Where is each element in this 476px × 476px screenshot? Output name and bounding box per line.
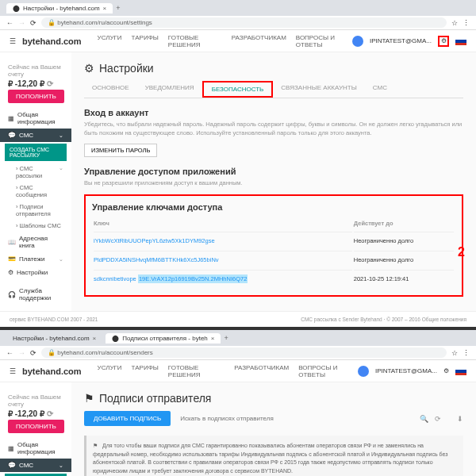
menu-icon[interactable]: ⋮ — [463, 349, 470, 357]
close-icon[interactable]: × — [103, 5, 107, 12]
refresh-icon[interactable]: ⟳ — [435, 415, 441, 423]
th-expires: Действует до — [354, 217, 454, 230]
sidebar-sub-templates[interactable]: › Шаблоны СМС — [0, 220, 71, 232]
sidebar-address[interactable]: 📖Адресная книга — [0, 232, 71, 252]
apps-desc: Вы не разрешили приложениям доступ к ваш… — [84, 179, 463, 188]
reload-icon[interactable]: ⟳ — [30, 19, 36, 27]
browser-tab[interactable]: ⬤ Настройки - bytehand.com × — [6, 3, 113, 13]
nav-services[interactable]: УСЛУГИ — [98, 34, 122, 48]
create-sms-button[interactable]: СОЗДАТЬ СМС РАССЫЛКУ — [5, 144, 67, 161]
search-input[interactable] — [177, 412, 413, 425]
search-icon[interactable]: 🔍 — [420, 415, 428, 423]
close-icon[interactable]: × — [93, 335, 97, 342]
star-icon[interactable]: ☆ — [451, 349, 458, 357]
key-link[interactable]: PldPDDXA5iNSHvqMfM6BTTKHk6Xc5J65biNv — [94, 256, 219, 263]
tab-linked[interactable]: СВЯЗАННЫЕ АККАУНТЫ — [273, 81, 364, 98]
keys-heading: Управление ключами доступа — [92, 202, 455, 212]
flag-icon[interactable] — [455, 37, 466, 45]
menu-toggle-icon[interactable]: ☰ — [10, 367, 16, 375]
browser-tab-active[interactable]: ⬤ Подписи отправителя - byteh × — [106, 333, 221, 344]
refresh-icon[interactable]: ⟳ — [47, 409, 53, 418]
topup-button[interactable]: ПОПОЛНИТЬ — [8, 420, 64, 433]
new-tab-button[interactable]: + — [116, 4, 120, 12]
tab-main[interactable]: ОСНОВНОЕ — [84, 81, 137, 98]
topup-button[interactable]: ПОПОЛНИТЬ — [8, 90, 64, 103]
page-title: ⚙Настройки — [84, 62, 463, 75]
back-icon[interactable]: ← — [6, 19, 13, 27]
nav-tariffs[interactable]: ТАРИФЫ — [132, 34, 159, 48]
forward-icon[interactable]: → — [18, 349, 25, 357]
gear-icon[interactable]: ⚙ — [438, 36, 449, 47]
sidebar-support[interactable]: 🎧Служба поддержки — [0, 284, 71, 305]
sidebar-general[interactable]: ▦Общая информация — [0, 108, 71, 129]
new-tab-button[interactable]: + — [224, 334, 228, 342]
download-icon[interactable]: ⬇ — [457, 415, 463, 423]
footer: сервис BYTEHAND.COM 2007 - 2021 СМС расс… — [0, 311, 476, 327]
chat-icon: 💬 — [8, 132, 16, 139]
key-link[interactable]: iYkbWcXtRibUUOPepYL6ztw5Xk1DYM92gse — [94, 237, 215, 244]
logo[interactable]: bytehand.com — [22, 367, 82, 376]
sidebar-sms[interactable]: 💬СМС⌄ — [0, 129, 71, 142]
site-header: ☰ bytehand.com УСЛУГИ ТАРИФЫ ГОТОВЫЕ РЕШ… — [0, 30, 476, 52]
balance-label: Сейчас на Вашем счету — [8, 63, 63, 78]
user-email[interactable]: IPINTATEST@GMA... — [375, 367, 437, 374]
table-row: iYkbWcXtRibUUOPepYL6ztw5Xk1DYM92gseНеогр… — [94, 232, 454, 249]
reload-icon[interactable]: ⟳ — [30, 349, 36, 357]
page-title: ⚑Подписи отправителя — [84, 392, 463, 405]
flag-icon[interactable] — [455, 367, 466, 375]
footer-right: СМС рассылка с Sender Bytehand · © 2007 … — [301, 317, 466, 322]
nav-tariffs[interactable]: ТАРИФЫ — [132, 364, 159, 378]
balance-widget: Сейчас на Вашем счету ₽ -12,20 ₽ ⟳ ПОПОЛ… — [0, 389, 71, 438]
close-icon[interactable]: × — [211, 335, 215, 342]
url-input[interactable]: 🔒 bytehand.com/ru/account/settings — [41, 17, 447, 28]
browser-tab[interactable]: Настройки - bytehand.com × — [6, 333, 102, 344]
refresh-icon[interactable]: ⟳ — [47, 79, 53, 88]
menu-icon[interactable]: ⋮ — [463, 19, 470, 27]
tab-bar: ⬤ Настройки - bytehand.com × + — [0, 0, 476, 16]
tab-notifications[interactable]: УВЕДОМЛЕНИЯ — [137, 81, 202, 98]
sidebar-sub-messages[interactable]: › СМС сообщения — [0, 182, 71, 201]
nav-faq[interactable]: ВОПРОСЫ И ОТВЕТЫ — [296, 34, 352, 48]
tab-sms[interactable]: СМС — [365, 81, 395, 98]
url-bar: ← → ⟳ 🔒 bytehand.com/ru/account/senders … — [0, 346, 476, 360]
info-icon: ⚑ — [93, 442, 98, 451]
avatar[interactable] — [358, 366, 369, 377]
browser-window-1: ⬤ Настройки - bytehand.com × + ← → ⟳ 🔒 b… — [0, 0, 476, 327]
user-email[interactable]: IPINTATEST@GMA... — [370, 37, 432, 44]
sidebar-sub-senders[interactable]: › Подписи отправителя — [0, 201, 71, 220]
content-area: ⚑Подписи отправителя ДОБАВИТЬ ПОДПИСЬ 🔍 … — [71, 382, 476, 476]
sidebar-settings[interactable]: ⚙Настройки — [0, 266, 71, 279]
menu-toggle-icon[interactable]: ☰ — [10, 37, 16, 45]
star-icon[interactable]: ☆ — [451, 19, 458, 27]
nav-faq[interactable]: ВОПРОСЫ И ОТВЕТЫ — [298, 364, 358, 378]
sidebar-sub-campaigns[interactable]: › СМС рассылки⌄ — [0, 163, 71, 182]
sidebar-sms[interactable]: 💬СМС⌄ — [0, 459, 71, 472]
gear-icon[interactable]: ⚙ — [443, 367, 449, 374]
sidebar-payments[interactable]: 💳Платежи⌄ — [0, 252, 71, 266]
sidebar-general[interactable]: ▦Общая информация — [0, 438, 71, 459]
keys-table: КлючДействует до iYkbWcXtRibUUOPepYL6ztw… — [92, 215, 455, 289]
change-password-button[interactable]: ИЗМЕНИТЬ ПАРОЛЬ — [84, 144, 157, 157]
nav-solutions[interactable]: ГОТОВЫЕ РЕШЕНИЯ — [168, 364, 225, 378]
sidebar: Сейчас на Вашем счету ₽ -12,20 ₽ ⟳ ПОПОЛ… — [0, 382, 71, 476]
forward-icon[interactable]: → — [18, 19, 25, 27]
tab-security[interactable]: БЕЗОПАСНОСТЬ — [202, 81, 274, 98]
add-sender-button[interactable]: ДОБАВИТЬ ПОДПИСЬ — [84, 411, 171, 426]
apps-heading: Управление доступом приложений — [84, 167, 463, 176]
user-area: IPINTATEST@GMA... ⚙ — [352, 36, 466, 47]
key-expiry: 2021-10-25 12:19:41 — [354, 270, 454, 287]
back-icon[interactable]: ← — [6, 349, 13, 357]
avatar[interactable] — [352, 36, 363, 47]
nav-solutions[interactable]: ГОТОВЫЕ РЕШЕНИЯ — [168, 34, 222, 48]
main-nav: УСЛУГИ ТАРИФЫ ГОТОВЫЕ РЕШЕНИЯ РАЗРАБОТЧИ… — [98, 364, 358, 378]
nav-services[interactable]: УСЛУГИ — [98, 364, 122, 378]
nav-developers[interactable]: РАЗРАБОТЧИКАМ — [234, 364, 289, 378]
url-input[interactable]: 🔒 bytehand.com/ru/account/senders — [41, 347, 447, 358]
logo[interactable]: bytehand.com — [22, 36, 82, 46]
chat-icon: 💬 — [8, 462, 16, 469]
balance-amount: ₽ -12,20 ₽ ⟳ — [8, 409, 63, 418]
nav-developers[interactable]: РАЗРАБОТЧИКАМ — [232, 34, 286, 48]
lock-icon: 🔒 — [48, 19, 56, 26]
balance-label: Сейчас на Вашем счету — [8, 393, 63, 408]
key-link[interactable]: sdkcnnibetivope 19E.VrAX12p16919Bv25N.2M… — [94, 274, 248, 283]
